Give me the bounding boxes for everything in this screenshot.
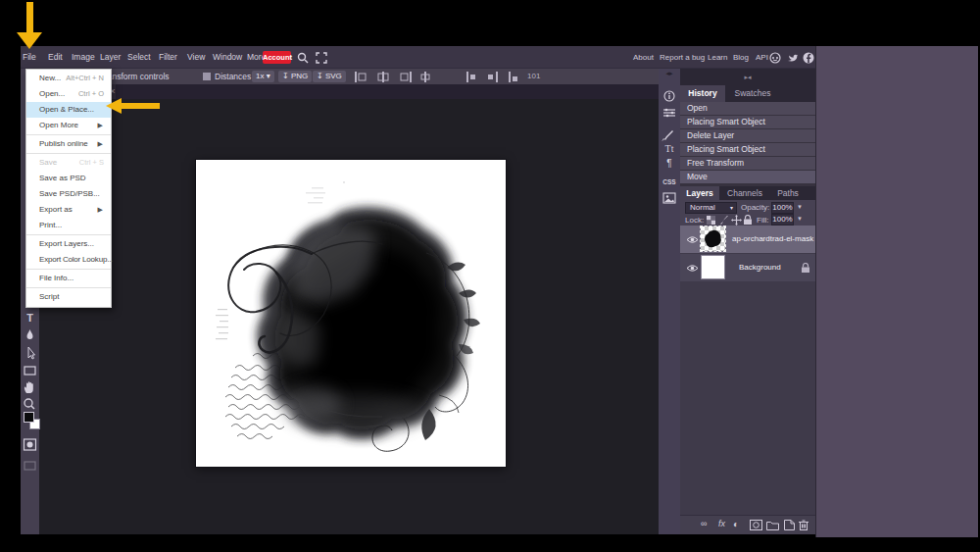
adjustment-icon[interactable]: ◐ xyxy=(733,519,739,529)
tab-swatches[interactable]: Swatches xyxy=(725,85,780,102)
type-tool[interactable]: T xyxy=(21,312,39,324)
blend-mode-select[interactable]: Normal▾ xyxy=(685,202,737,214)
search-icon[interactable] xyxy=(297,52,309,64)
tab-channels[interactable]: Channels xyxy=(719,186,770,200)
foreground-color-swatch[interactable] xyxy=(24,412,34,423)
menu-filter[interactable]: Filter xyxy=(159,46,177,69)
glyphs-icon[interactable]: Tt xyxy=(659,143,680,154)
annotation-arrow-down-head xyxy=(17,32,42,49)
link-api[interactable]: API xyxy=(756,46,768,69)
css-icon[interactable]: CSS xyxy=(659,178,680,185)
align-right-icon[interactable] xyxy=(400,72,412,82)
export-png-button[interactable]: ↧ PNG xyxy=(278,71,312,82)
lock-transparency-icon[interactable] xyxy=(707,216,715,225)
zoom-level-dropdown[interactable]: 1x ▾ xyxy=(252,71,274,82)
link-blog[interactable]: Blog xyxy=(733,46,749,69)
history-item[interactable]: Placing Smart Object xyxy=(680,143,815,156)
menu-item-save-as-psd[interactable]: Save as PSD xyxy=(26,171,111,186)
distribute-right-icon[interactable] xyxy=(509,72,520,82)
align-center-icon[interactable] xyxy=(377,72,389,82)
lock-pixels-icon[interactable] xyxy=(719,215,730,226)
pen-tool[interactable] xyxy=(21,328,39,341)
layer-mask-icon[interactable] xyxy=(750,520,762,530)
history-item[interactable]: Open xyxy=(680,102,815,115)
align-middle-icon[interactable] xyxy=(419,72,431,82)
history-item[interactable]: Free Transform xyxy=(680,157,815,170)
menu-edit[interactable]: Edit xyxy=(48,46,63,69)
layer-thumbnail[interactable] xyxy=(701,255,725,279)
fullscreen-icon[interactable] xyxy=(316,52,327,64)
menu-window[interactable]: Window xyxy=(213,46,242,69)
lock-position-icon[interactable] xyxy=(731,215,742,226)
menu-item-publish-online[interactable]: Publish online▶ xyxy=(26,136,111,152)
visibility-eye-icon[interactable] xyxy=(686,264,699,273)
tab-paths[interactable]: Paths xyxy=(770,186,806,200)
layer-row-background[interactable]: Background xyxy=(680,254,815,281)
menu-item-export-as[interactable]: Export as▶ xyxy=(26,202,111,218)
distribute-center-icon[interactable] xyxy=(488,72,500,82)
history-item[interactable]: Delete Layer xyxy=(680,129,815,142)
menu-item-open-more[interactable]: Open More▶ xyxy=(26,118,111,133)
fill-value[interactable]: 100% xyxy=(771,214,794,226)
account-button[interactable]: Account xyxy=(263,51,291,64)
collapse-arrows-icon[interactable]: ◂▸ xyxy=(659,70,680,77)
menu-separator xyxy=(26,234,111,235)
menu-item-file-info[interactable]: File Info... xyxy=(26,271,111,286)
opacity-caret[interactable]: ▼ xyxy=(797,204,803,210)
info-icon[interactable] xyxy=(659,90,680,102)
link-about[interactable]: About xyxy=(633,46,654,69)
menu-item-open-and-place[interactable]: Open & Place... xyxy=(26,102,111,118)
hand-tool[interactable] xyxy=(21,380,39,394)
menu-view[interactable]: View xyxy=(187,46,205,69)
lock-all-icon[interactable] xyxy=(744,215,753,226)
delete-layer-icon[interactable] xyxy=(799,520,808,530)
link-report-a-bug[interactable]: Report a bug xyxy=(660,46,705,69)
shape-tool[interactable] xyxy=(21,365,39,376)
distribute-left-icon[interactable] xyxy=(466,72,478,82)
menu-layer[interactable]: Layer xyxy=(100,46,121,69)
tab-layers[interactable]: Layers xyxy=(680,186,719,200)
brush-panel-icon[interactable] xyxy=(659,129,680,142)
menu-item-export-layers[interactable]: Export Layers... xyxy=(26,236,111,252)
quick-mask-icon[interactable] xyxy=(21,438,39,451)
menu-item-save-psd-psb[interactable]: Save PSD/PSB... xyxy=(26,186,111,202)
menu-item-script[interactable]: Script xyxy=(26,289,111,305)
menu-file[interactable]: File xyxy=(23,46,36,69)
history-item-current[interactable]: Move xyxy=(680,171,815,183)
tab-history[interactable]: History xyxy=(680,85,725,102)
visibility-eye-icon[interactable] xyxy=(686,235,699,244)
new-layer-icon[interactable] xyxy=(784,520,795,530)
menu-select[interactable]: Select xyxy=(127,46,151,69)
link-layers-icon[interactable]: ∞ xyxy=(701,519,707,528)
direct-select-tool[interactable] xyxy=(21,347,39,360)
image-panel-icon[interactable] xyxy=(659,192,680,204)
panel-header[interactable]: ▸◂ xyxy=(680,69,815,85)
history-item[interactable]: Placing Smart Object xyxy=(680,116,815,128)
menu-item-open[interactable]: Open...Ctrl + O xyxy=(26,86,111,102)
facebook-icon[interactable] xyxy=(803,52,814,64)
menu-image[interactable]: Image xyxy=(72,46,95,69)
layer-effects-icon[interactable]: fx xyxy=(718,519,725,528)
align-left-icon[interactable] xyxy=(355,72,367,82)
distances-label: Distances xyxy=(215,69,251,84)
opacity-value[interactable]: 100% xyxy=(771,202,794,214)
canvas[interactable] xyxy=(196,160,506,467)
history-tabs: History Swatches xyxy=(680,85,815,102)
screen-mode-icon[interactable] xyxy=(21,461,39,471)
zoom-tool[interactable] xyxy=(21,397,39,411)
reddit-icon[interactable] xyxy=(769,52,781,64)
distances-checkbox[interactable] xyxy=(203,73,211,80)
paragraph-icon[interactable]: ¶ xyxy=(659,158,680,169)
layer-thumbnail[interactable] xyxy=(701,226,725,251)
export-svg-button[interactable]: ↧ SVG xyxy=(313,71,346,82)
menu-item-save: SaveCtrl + S xyxy=(26,155,111,171)
menu-item-export-color-lookup[interactable]: Export Color Lookup... xyxy=(26,252,111,268)
layer-row-selected[interactable]: ap-orchardtrad-el-mask xyxy=(680,226,815,253)
link-learn[interactable]: Learn xyxy=(708,46,727,69)
fill-caret[interactable]: ▼ xyxy=(797,216,803,222)
properties-icon[interactable] xyxy=(659,107,680,119)
twitter-icon[interactable] xyxy=(787,52,799,64)
menu-item-new[interactable]: New...Alt+Ctrl + N xyxy=(26,71,111,86)
new-group-icon[interactable] xyxy=(766,520,779,530)
menu-item-print[interactable]: Print... xyxy=(26,218,111,233)
